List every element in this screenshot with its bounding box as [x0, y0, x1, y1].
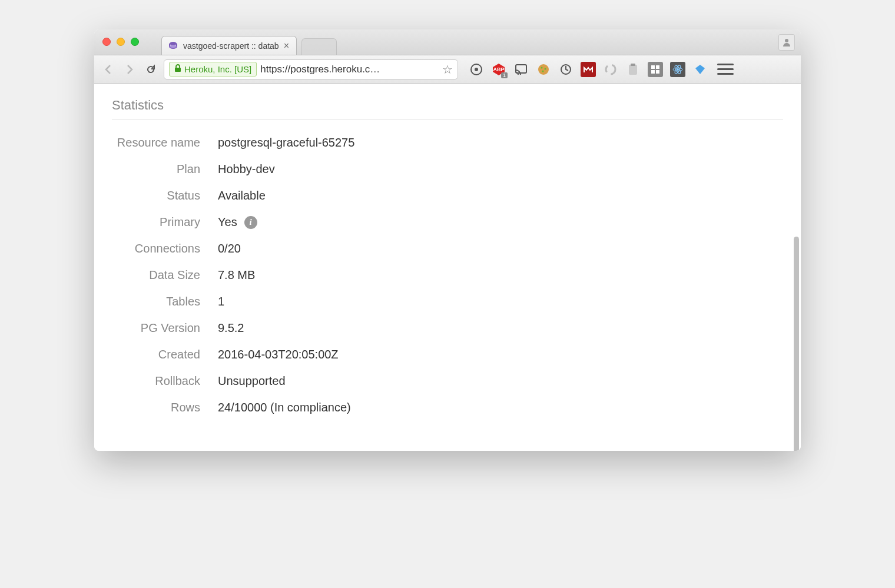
svg-marker-25 — [695, 65, 705, 74]
stat-row-pg-version: PG Version 9.5.2 — [112, 321, 783, 335]
extension-diamond-icon[interactable] — [692, 62, 708, 77]
ssl-badge[interactable]: Heroku, Inc. [US] — [169, 62, 257, 77]
bookmark-star-icon[interactable]: ☆ — [442, 62, 453, 77]
svg-rect-17 — [651, 65, 655, 69]
svg-point-10 — [541, 67, 543, 68]
menu-button[interactable] — [717, 61, 734, 78]
stat-row-data-size: Data Size 7.8 MB — [112, 268, 783, 282]
svg-point-14 — [606, 65, 615, 74]
stat-value: Hobby-dev — [218, 162, 275, 176]
svg-rect-20 — [656, 70, 659, 74]
svg-point-9 — [538, 64, 549, 75]
stat-label: Tables — [112, 295, 218, 308]
browser-window: vastgoed-scrapert :: datab × Heroku, Inc… — [94, 29, 801, 451]
stat-label: Created — [112, 348, 218, 361]
svg-point-11 — [545, 68, 546, 69]
stat-row-resource-name: Resource name postgresql-graceful-65275 — [112, 136, 783, 150]
stat-label: Rows — [112, 401, 218, 414]
stat-row-connections: Connections 0/20 — [112, 242, 783, 255]
profile-button[interactable] — [778, 34, 795, 51]
stat-label: Connections — [112, 242, 218, 255]
url-text: https://postgres.heroku.c… — [260, 64, 380, 75]
svg-point-1 — [170, 45, 177, 48]
svg-rect-18 — [656, 65, 659, 69]
scrollbar-thumb[interactable] — [794, 237, 799, 451]
stat-value: 0/20 — [218, 242, 241, 255]
reload-button[interactable] — [142, 61, 159, 78]
stat-value: 2016-04-03T20:05:00Z — [218, 348, 339, 361]
stat-row-tables: Tables 1 — [112, 295, 783, 308]
postgres-favicon-icon — [168, 41, 178, 51]
extension-cookie-icon[interactable] — [536, 62, 551, 77]
svg-point-12 — [542, 70, 544, 72]
extension-mendeley-icon[interactable] — [581, 62, 596, 77]
extension-grid-icon[interactable] — [648, 62, 663, 77]
extension-react-icon[interactable] — [670, 62, 685, 77]
stat-value: postgresql-graceful-65275 — [218, 136, 354, 150]
lock-icon — [174, 64, 181, 74]
stat-value: 1 — [218, 295, 224, 308]
window-close-button[interactable] — [102, 38, 111, 46]
window-minimize-button[interactable] — [117, 38, 125, 46]
section-heading: Statistics — [112, 98, 783, 119]
stat-row-created: Created 2016-04-03T20:05:00Z — [112, 348, 783, 361]
stat-value: 24/10000 (In compliance) — [218, 401, 351, 414]
stat-value: Available — [218, 189, 266, 202]
window-zoom-button[interactable] — [131, 38, 139, 46]
stat-value: 7.8 MB — [218, 268, 255, 282]
stat-row-primary: Primary Yes i — [112, 215, 783, 229]
browser-tab-active[interactable]: vastgoed-scrapert :: datab × — [161, 36, 297, 55]
svg-rect-15 — [629, 65, 637, 75]
extensions-row: ABP 1 — [469, 62, 708, 77]
svg-rect-16 — [631, 64, 635, 66]
svg-rect-19 — [651, 70, 655, 74]
extension-privacy-icon[interactable] — [469, 62, 484, 77]
svg-point-2 — [785, 39, 788, 42]
page-content: Statistics Resource name postgresql-grac… — [94, 84, 801, 451]
stat-label: Status — [112, 189, 218, 202]
svg-rect-8 — [516, 65, 526, 73]
stat-label: Data Size — [112, 268, 218, 282]
stat-label: PG Version — [112, 321, 218, 335]
stat-label: Resource name — [112, 136, 218, 150]
ssl-org-text: Heroku, Inc. [US] — [184, 64, 251, 74]
stat-row-status: Status Available — [112, 189, 783, 202]
tab-strip: vastgoed-scrapert :: datab × — [161, 36, 337, 55]
tab-close-icon[interactable]: × — [284, 41, 289, 51]
window-controls — [102, 38, 139, 46]
extension-refresh-icon[interactable] — [558, 62, 574, 77]
forward-button[interactable] — [121, 61, 138, 78]
toolbar: Heroku, Inc. [US] https://postgres.herok… — [94, 55, 801, 84]
stat-value-text: Yes — [218, 215, 237, 229]
extension-adblock-icon[interactable]: ABP 1 — [491, 62, 506, 77]
stat-value: 9.5.2 — [218, 321, 244, 335]
stat-label: Rollback — [112, 374, 218, 388]
stat-row-rows: Rows 24/10000 (In compliance) — [112, 401, 783, 414]
svg-rect-3 — [175, 68, 181, 72]
extension-cast-icon[interactable] — [513, 62, 529, 77]
stat-row-rollback: Rollback Unsupported — [112, 374, 783, 388]
stat-value: Yes i — [218, 215, 257, 229]
titlebar: vastgoed-scrapert :: datab × — [94, 29, 801, 55]
browser-tab-background[interactable] — [301, 38, 337, 55]
back-button[interactable] — [100, 61, 117, 78]
stat-label: Primary — [112, 215, 218, 229]
stat-row-plan: Plan Hobby-dev — [112, 162, 783, 176]
info-icon[interactable]: i — [244, 216, 257, 229]
stat-value: Unsupported — [218, 374, 286, 388]
extension-spinner-icon[interactable] — [603, 62, 618, 77]
svg-point-5 — [475, 68, 478, 71]
svg-text:ABP: ABP — [493, 67, 504, 72]
tab-title: vastgoed-scrapert :: datab — [183, 41, 279, 51]
stat-label: Plan — [112, 162, 218, 176]
address-bar[interactable]: Heroku, Inc. [US] https://postgres.herok… — [164, 59, 458, 79]
svg-point-21 — [677, 68, 679, 71]
extension-clipboard-icon[interactable] — [625, 62, 641, 77]
